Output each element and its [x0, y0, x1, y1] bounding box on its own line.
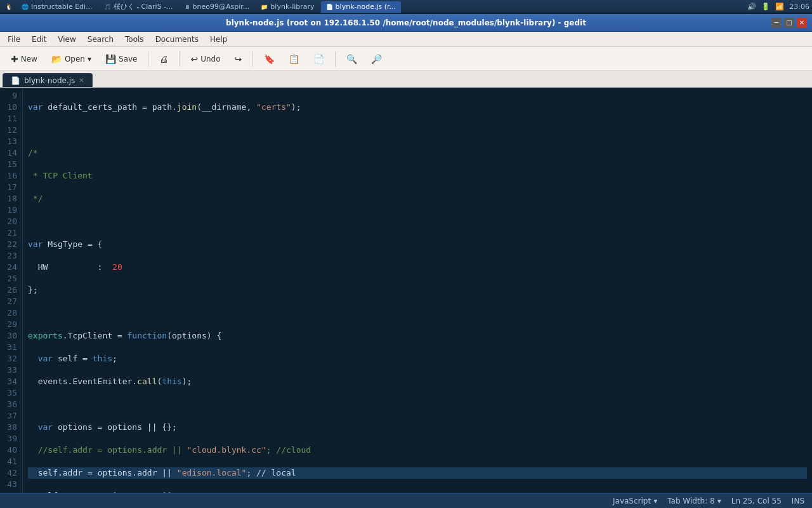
- copy-button[interactable]: 📋: [283, 50, 305, 69]
- line-num-38: 38: [5, 422, 17, 433]
- taskbar-right: 🔊 🔋 📶 23:06: [747, 3, 809, 11]
- tab-close-button[interactable]: ✕: [79, 77, 84, 84]
- code-editor[interactable]: 9 10 11 12 13 14 15 16 17 18 19 20 21 22…: [0, 88, 812, 493]
- tabbar: 📄 blynk-node.js ✕: [0, 71, 812, 88]
- find-replace-button[interactable]: 🔎: [365, 50, 388, 69]
- toolbar: ✚ New 📂 Open ▾ 💾 Save 🖨 ↩ Undo ↪ 🔖 📋: [0, 47, 812, 71]
- open-label: Open: [65, 55, 85, 64]
- bookmark-icon: 🔖: [264, 54, 275, 64]
- language-selector[interactable]: JavaScript ▾: [613, 497, 657, 505]
- tab-width-label: Tab Width: 8: [667, 497, 714, 505]
- line-11: /*: [28, 147, 807, 159]
- toolbar-separator-1: [148, 51, 148, 67]
- code-scroll[interactable]: 9 10 11 12 13 14 15 16 17 18 19 20 21 22…: [0, 88, 812, 493]
- line-num-34: 34: [5, 376, 17, 387]
- statusbar: JavaScript ▾ Tab Width: 8 ▾ Ln 25, Col 5…: [0, 493, 812, 508]
- copy-icon: 📋: [289, 54, 299, 64]
- line-16: HW : 20: [28, 262, 807, 273]
- menu-documents[interactable]: Documents: [150, 34, 204, 45]
- undo-icon: ↩: [190, 54, 198, 64]
- window-title: blynk-node.js (root on 192.168.1.50 /hom…: [226, 18, 586, 27]
- open-icon: 📂: [51, 54, 62, 64]
- line-num-32: 32: [5, 353, 17, 364]
- line-num-13: 13: [5, 136, 17, 147]
- menu-help[interactable]: Help: [205, 34, 232, 45]
- taskbar-tab-0[interactable]: 🌐 Instructable Edi...: [16, 1, 98, 13]
- minimize-button[interactable]: −: [771, 18, 782, 28]
- tab-width-arrow-icon: ▾: [717, 497, 721, 505]
- menu-file[interactable]: File: [3, 34, 25, 45]
- line-num-43: 43: [5, 479, 17, 490]
- line-num-33: 33: [5, 364, 17, 376]
- taskbar-tab-4[interactable]: 📄 blynk-node.js (r...: [321, 1, 401, 13]
- taskbar-tab-1-label: 桜ひく - ClariS -...: [114, 2, 173, 11]
- cursor-position: Ln 25, Col 55: [731, 497, 782, 505]
- maximize-button[interactable]: □: [784, 18, 794, 28]
- line-num-14: 14: [5, 147, 17, 159]
- print-button[interactable]: 🖨: [154, 50, 174, 69]
- close-button[interactable]: ✕: [797, 18, 807, 28]
- taskbar-logo: 🐧: [3, 1, 15, 13]
- line-num-39: 39: [5, 433, 17, 444]
- taskbar-tab-1[interactable]: 🎵 桜ひく - ClariS -...: [99, 1, 178, 13]
- toolbar-separator-2: [179, 51, 180, 67]
- taskbar-tab-1-icon: 🎵: [104, 4, 111, 10]
- line-num-41: 41: [5, 456, 17, 467]
- window-controls: − □ ✕: [771, 18, 807, 28]
- line-num-16: 16: [5, 170, 17, 182]
- toolbar-separator-3: [252, 51, 253, 67]
- taskbar-time: 23:06: [789, 3, 809, 11]
- taskbar-tab-0-label: Instructable Edi...: [31, 3, 93, 11]
- line-num-20: 20: [5, 216, 17, 227]
- line-22: [28, 399, 807, 410]
- menu-search[interactable]: Search: [82, 34, 119, 45]
- line-num-11: 11: [5, 113, 17, 124]
- line-23: var options = options || {};: [28, 422, 807, 433]
- line-num-40: 40: [5, 444, 17, 456]
- tab-width-selector[interactable]: Tab Width: 8 ▾: [667, 497, 721, 505]
- menu-view[interactable]: View: [53, 34, 81, 45]
- line-num-28: 28: [5, 307, 17, 319]
- position-label: Ln 25, Col 55: [731, 497, 782, 505]
- line-numbers: 9 10 11 12 13 14 15 16 17 18 19 20 21 22…: [0, 88, 23, 493]
- taskbar-tab-2-icon: 🖥: [185, 4, 190, 10]
- taskbar-tab-4-icon: 📄: [326, 4, 333, 10]
- line-num-17: 17: [5, 182, 17, 193]
- new-label: New: [21, 55, 37, 64]
- taskbar-tab-2-label: bneo99@Aspir...: [193, 3, 250, 11]
- menu-edit[interactable]: Edit: [27, 34, 51, 45]
- find-replace-icon: 🔎: [371, 54, 382, 64]
- redo-button[interactable]: ↪: [229, 50, 248, 69]
- line-19: exports.TcpClient = function(options) {: [28, 330, 807, 342]
- undo-button[interactable]: ↩ Undo: [185, 50, 226, 69]
- line-num-19: 19: [5, 204, 17, 216]
- line-num-26: 26: [5, 284, 17, 296]
- line-num-29: 29: [5, 319, 17, 330]
- line-14: [28, 216, 807, 227]
- save-button[interactable]: 💾 Save: [100, 50, 143, 69]
- new-button[interactable]: ✚ New: [5, 50, 43, 69]
- editor-tab[interactable]: 📄 blynk-node.js ✕: [3, 73, 93, 87]
- line-num-24: 24: [5, 262, 17, 273]
- line-num-30: 30: [5, 330, 17, 342]
- volume-icon[interactable]: 🔊: [747, 3, 756, 11]
- taskbar-tab-2[interactable]: 🖥 bneo99@Aspir...: [180, 1, 255, 13]
- find-button[interactable]: 🔍: [341, 50, 363, 69]
- line-num-21: 21: [5, 227, 17, 239]
- menu-tools[interactable]: Tools: [120, 34, 149, 45]
- line-24: //self.addr = options.addr || "cloud.bly…: [28, 444, 807, 456]
- line-20: var self = this;: [28, 353, 807, 364]
- code-content[interactable]: var default_certs_path = path.join(__dir…: [23, 88, 812, 493]
- mode-label: INS: [792, 497, 804, 505]
- line-num-36: 36: [5, 399, 17, 410]
- taskbar-tab-3[interactable]: 📁 blynk-library: [256, 1, 319, 13]
- line-9: var default_certs_path = path.join(__dir…: [28, 102, 807, 113]
- bookmark-button[interactable]: 🔖: [258, 50, 280, 69]
- open-button[interactable]: 📂 Open ▾: [46, 50, 97, 69]
- paste-button[interactable]: 📄: [308, 50, 330, 69]
- taskbar-tab-3-icon: 📁: [261, 4, 268, 10]
- tab-label: blynk-node.js: [24, 76, 75, 85]
- line-15: var MsgType = {: [28, 239, 807, 250]
- battery-icon: 🔋: [761, 3, 770, 11]
- redo-icon: ↪: [235, 54, 242, 64]
